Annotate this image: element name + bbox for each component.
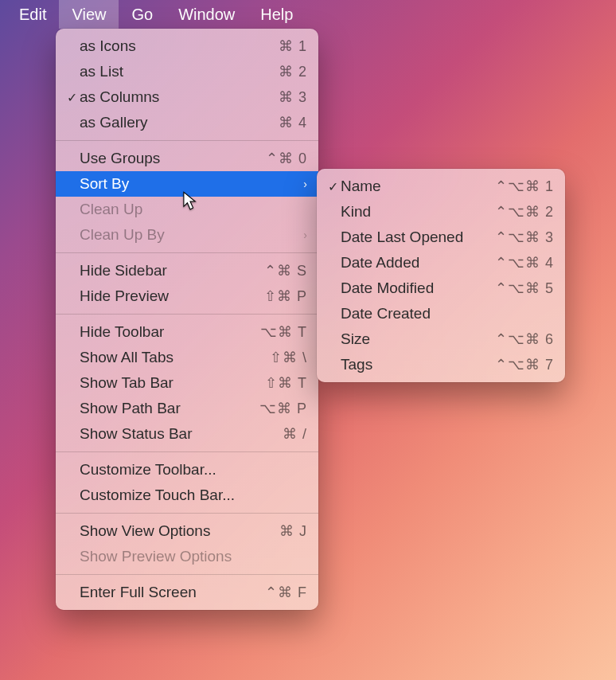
- menu-item-clean-up-by: Clean Up By›: [56, 222, 318, 248]
- menubar-item-help[interactable]: Help: [248, 0, 306, 29]
- menubar-label: Help: [260, 6, 293, 24]
- menubar-item-go[interactable]: Go: [119, 0, 166, 29]
- menu-item-label: as Icons: [80, 37, 259, 55]
- menu-item-label: Hide Sidebar: [80, 262, 259, 279]
- menu-item-customize-touch-bar[interactable]: Customize Touch Bar...: [56, 483, 318, 508]
- submenu-item-label: Tags: [341, 356, 495, 373]
- menu-shortcut: ⌃⌥⌘ 4: [495, 254, 554, 272]
- submenu-item-sort-date-added[interactable]: Date Added⌃⌥⌘ 4: [317, 250, 565, 276]
- submenu-item-sort-date-last-opened[interactable]: Date Last Opened⌃⌥⌘ 3: [317, 225, 565, 250]
- menu-separator: [56, 252, 318, 253]
- menu-item-sort-by[interactable]: Sort By›: [56, 171, 318, 197]
- menu-shortcut: ⌃⌥⌘ 3: [495, 229, 554, 246]
- menu-separator: [56, 513, 318, 514]
- menu-item-hide-sidebar[interactable]: Hide Sidebar⌃⌘ S: [56, 258, 318, 283]
- submenu-item-label: Date Last Opened: [341, 229, 495, 246]
- menu-item-label: Sort By: [80, 175, 291, 193]
- menubar: Edit View Go Window Help: [0, 0, 616, 29]
- chevron-right-icon: ›: [296, 229, 307, 241]
- menu-separator: [56, 574, 318, 575]
- menubar-item-window[interactable]: Window: [166, 0, 248, 29]
- submenu-item-sort-date-created[interactable]: Date Created: [317, 301, 565, 326]
- menu-item-label: Clean Up By: [80, 226, 291, 244]
- checkmark-icon: ✓: [325, 179, 341, 194]
- menu-item-show-tab-bar[interactable]: Show Tab Bar⇧⌘ T: [56, 370, 318, 396]
- menu-item-show-status-bar[interactable]: Show Status Bar⌘ /: [56, 421, 318, 447]
- menu-shortcut: ⌥⌘ P: [259, 400, 307, 417]
- menu-item-as-icons[interactable]: as Icons⌘ 1: [56, 33, 318, 59]
- menu-shortcut: ⇧⌘ P: [259, 287, 307, 305]
- menu-item-label: Hide Preview: [80, 287, 259, 305]
- menu-item-hide-preview[interactable]: Hide Preview⇧⌘ P: [56, 283, 318, 309]
- sort-by-submenu: ✓Name⌃⌥⌘ 1Kind⌃⌥⌘ 2Date Last Opened⌃⌥⌘ 3…: [317, 169, 565, 382]
- menu-item-show-all-tabs[interactable]: Show All Tabs⇧⌘ \: [56, 345, 318, 370]
- menu-item-label: Show All Tabs: [80, 349, 259, 366]
- menu-item-label: Show Status Bar: [80, 425, 259, 443]
- submenu-item-label: Date Created: [341, 305, 554, 322]
- menu-shortcut: ⌃⌥⌘ 5: [495, 279, 554, 297]
- menu-item-label: as List: [80, 63, 259, 80]
- menu-item-customize-toolbar[interactable]: Customize Toolbar...: [56, 457, 318, 483]
- menubar-item-view[interactable]: View: [59, 0, 119, 29]
- menu-shortcut: ⌘ J: [259, 522, 307, 540]
- menu-shortcut: ⌘ 3: [259, 88, 307, 106]
- menu-shortcut: ⇧⌘ T: [259, 374, 307, 392]
- menu-item-label: Use Groups: [80, 150, 259, 167]
- menu-item-as-gallery[interactable]: as Gallery⌘ 4: [56, 110, 318, 135]
- menu-shortcut: ⌃⌥⌘ 1: [495, 178, 554, 195]
- menubar-label: Window: [178, 6, 235, 24]
- menu-item-label: Clean Up: [80, 201, 307, 218]
- menu-shortcut: ⌃⌥⌘ 6: [495, 330, 554, 348]
- menu-item-enter-full-screen[interactable]: Enter Full Screen⌃⌘ F: [56, 580, 318, 605]
- menu-shortcut: ⌘ 4: [259, 114, 307, 131]
- menu-item-clean-up: Clean Up: [56, 197, 318, 222]
- menu-item-label: Enter Full Screen: [80, 584, 259, 601]
- menu-shortcut: ⌃⌘ F: [259, 584, 307, 601]
- menu-shortcut: ⌘ /: [259, 425, 307, 443]
- submenu-item-sort-size[interactable]: Size⌃⌥⌘ 6: [317, 326, 565, 352]
- menu-shortcut: ⌃⌘ 0: [259, 150, 307, 167]
- submenu-item-label: Date Modified: [341, 279, 495, 297]
- menu-item-label: as Gallery: [80, 114, 259, 131]
- menu-item-hide-toolbar[interactable]: Hide Toolbar⌥⌘ T: [56, 319, 318, 345]
- menu-shortcut: ⌃⌥⌘ 7: [495, 356, 554, 373]
- menu-item-label: Show Tab Bar: [80, 374, 259, 392]
- submenu-item-sort-date-modified[interactable]: Date Modified⌃⌥⌘ 5: [317, 276, 565, 301]
- submenu-item-sort-name[interactable]: ✓Name⌃⌥⌘ 1: [317, 174, 565, 199]
- submenu-item-label: Size: [341, 330, 495, 348]
- view-menu: as Icons⌘ 1as List⌘ 2✓as Columns⌘ 3as Ga…: [56, 29, 318, 610]
- menu-item-label: Show Preview Options: [80, 548, 307, 565]
- menu-shortcut: ⌃⌥⌘ 2: [495, 203, 554, 221]
- menu-shortcut: ⌃⌘ S: [259, 262, 307, 279]
- menubar-label: View: [72, 6, 106, 24]
- submenu-item-sort-kind[interactable]: Kind⌃⌥⌘ 2: [317, 199, 565, 225]
- menu-shortcut: ⌥⌘ T: [259, 323, 307, 341]
- menu-shortcut: ⌘ 2: [259, 63, 307, 80]
- menubar-label: Go: [131, 6, 153, 24]
- menu-item-label: Customize Toolbar...: [80, 461, 307, 479]
- menu-item-label: as Columns: [80, 88, 259, 106]
- submenu-item-sort-tags[interactable]: Tags⌃⌥⌘ 7: [317, 352, 565, 377]
- menu-item-as-columns[interactable]: ✓as Columns⌘ 3: [56, 84, 318, 110]
- menu-item-label: Customize Touch Bar...: [80, 487, 307, 504]
- menu-shortcut: ⌘ 1: [259, 37, 307, 55]
- submenu-item-label: Date Added: [341, 254, 495, 272]
- menu-item-show-path-bar[interactable]: Show Path Bar⌥⌘ P: [56, 396, 318, 421]
- menubar-item-edit[interactable]: Edit: [6, 0, 59, 29]
- menu-shortcut: ⇧⌘ \: [259, 349, 307, 366]
- menu-item-show-preview-options: Show Preview Options: [56, 544, 318, 569]
- menu-item-label: Show Path Bar: [80, 400, 259, 417]
- menubar-label: Edit: [19, 6, 46, 24]
- menu-item-label: Show View Options: [80, 522, 259, 540]
- menu-separator: [56, 451, 318, 452]
- submenu-item-label: Kind: [341, 203, 495, 221]
- menu-item-label: Hide Toolbar: [80, 323, 259, 341]
- chevron-right-icon: ›: [296, 178, 307, 190]
- menu-item-show-view-options[interactable]: Show View Options⌘ J: [56, 518, 318, 544]
- menu-separator: [56, 140, 318, 141]
- menu-item-as-list[interactable]: as List⌘ 2: [56, 59, 318, 84]
- menu-separator: [56, 314, 318, 315]
- menu-item-use-groups[interactable]: Use Groups⌃⌘ 0: [56, 146, 318, 171]
- submenu-item-label: Name: [341, 178, 495, 195]
- checkmark-icon: ✓: [64, 90, 80, 105]
